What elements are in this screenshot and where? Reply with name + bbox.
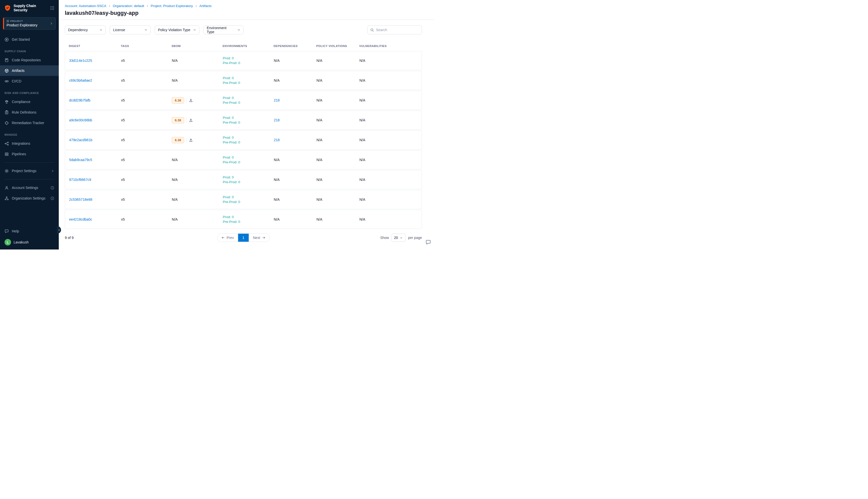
env-prod-link[interactable]: Prod: 0 bbox=[223, 175, 234, 179]
digest-link[interactable]: 33d114e1c225 bbox=[69, 59, 92, 63]
dependencies-link[interactable]: 218 bbox=[274, 118, 280, 122]
sbom-score-badge[interactable]: 6.38 bbox=[172, 97, 184, 104]
breadcrumb-organization-link[interactable]: Organization: default bbox=[113, 4, 144, 8]
sidebar-item-rule-definitions[interactable]: Rule Definitions bbox=[0, 107, 59, 118]
info-icon[interactable] bbox=[50, 186, 54, 190]
supply-chain-security-logo-icon bbox=[4, 4, 11, 12]
license-filter-dropdown[interactable]: License bbox=[110, 25, 151, 34]
info-icon[interactable] bbox=[50, 196, 54, 200]
env-preprod-link[interactable]: Pre-Prod: 0 bbox=[223, 200, 240, 204]
dropdown-label: Environment Type bbox=[207, 26, 235, 34]
env-prod-link[interactable]: Prod: 0 bbox=[223, 155, 234, 160]
dependency-filter-dropdown[interactable]: Dependency bbox=[65, 25, 106, 34]
env-preprod-link[interactable]: Pre-Prod: 0 bbox=[223, 160, 240, 164]
dependencies-link[interactable]: 218 bbox=[274, 138, 280, 142]
divider bbox=[186, 118, 187, 123]
digest-link[interactable]: ee4218cdba0c bbox=[69, 217, 92, 221]
environment-type-filter-dropdown[interactable]: Environment Type bbox=[203, 25, 244, 34]
search-input[interactable] bbox=[376, 28, 421, 32]
breadcrumb-account-link[interactable]: Account: Automation-SSCA bbox=[65, 4, 106, 8]
env-prod-link[interactable]: Prod: 0 bbox=[223, 215, 234, 219]
user-menu[interactable]: L Lavakush bbox=[0, 236, 59, 246]
apps-grid-icon[interactable] bbox=[50, 5, 55, 11]
download-sbom-icon[interactable] bbox=[189, 98, 193, 102]
sidebar-item-get-started[interactable]: Get Started bbox=[0, 34, 59, 45]
env-preprod-link[interactable]: Pre-Prod: 0 bbox=[223, 100, 240, 105]
sidebar-item-remediation-tracker[interactable]: Remediation Tracker bbox=[0, 118, 59, 128]
sidebar-item-compliance[interactable]: Compliance bbox=[0, 97, 59, 107]
arrow-right-icon bbox=[262, 236, 265, 240]
page-number-1[interactable]: 1 bbox=[238, 234, 249, 242]
env-preprod-link[interactable]: Pre-Prod: 0 bbox=[223, 140, 240, 145]
chevron-down-icon bbox=[145, 28, 147, 32]
sidebar-item-label: Account Settings bbox=[12, 186, 38, 190]
sidebar-item-cicd[interactable]: CI/CD bbox=[0, 76, 59, 86]
sidebar-bottom: Help L Lavakush bbox=[0, 226, 59, 250]
vulnerabilities-value: N/A bbox=[359, 197, 365, 202]
env-prod-link[interactable]: Prod: 0 bbox=[223, 135, 234, 140]
next-page-button[interactable]: Next bbox=[249, 234, 270, 242]
policy-violations-value: N/A bbox=[317, 158, 322, 162]
digest-link[interactable]: 9710cf6667c9 bbox=[69, 178, 91, 182]
account-settings-icon bbox=[4, 186, 9, 190]
page-size-value: 20 bbox=[394, 236, 398, 240]
env-prod-link[interactable]: Prod: 0 bbox=[223, 56, 234, 60]
policy-violations-value: N/A bbox=[317, 98, 322, 102]
sidebar-item-organization-settings[interactable]: Organization Settings bbox=[0, 193, 59, 204]
table-row: ee4218cdba0c v5 N/A Prod: 0 Pre-Prod: 0 … bbox=[65, 210, 422, 229]
prev-page-button[interactable]: Prev bbox=[217, 234, 238, 242]
table-footer: 9 of 9 Prev 1 Next Show 20 per page bbox=[65, 234, 422, 244]
per-page-label: per page bbox=[408, 236, 422, 240]
tag-value: v5 bbox=[121, 98, 125, 102]
breadcrumb-artifacts-link[interactable]: Artifacts bbox=[199, 4, 212, 8]
digest-link[interactable]: 479e2acd981b bbox=[69, 138, 92, 142]
column-header-vulnerabilities: VULNERABILITIES bbox=[355, 45, 422, 48]
breadcrumb-project-link[interactable]: Project: Product Exploratory bbox=[151, 4, 193, 8]
env-preprod-link[interactable]: Pre-Prod: 0 bbox=[223, 81, 240, 85]
sidebar-item-project-settings[interactable]: Project Settings bbox=[0, 166, 59, 176]
sidebar-item-code-repositories[interactable]: Code Repositories bbox=[0, 55, 59, 65]
search-box bbox=[368, 25, 422, 34]
tag-value: v5 bbox=[121, 118, 125, 122]
env-preprod-link[interactable]: Pre-Prod: 0 bbox=[223, 120, 240, 125]
table-row: 2c5365718e88 v5 N/A Prod: 0 Pre-Prod: 0 … bbox=[65, 190, 422, 209]
column-header-dependencies: DEPENDENCIES bbox=[270, 45, 312, 48]
table-header: DIGEST TAGS SBOM ENVIRONMENTS DEPENDENCI… bbox=[65, 45, 422, 48]
env-preprod-link[interactable]: Pre-Prod: 0 bbox=[223, 61, 240, 65]
env-preprod-link[interactable]: Pre-Prod: 0 bbox=[223, 220, 240, 224]
dependencies-link[interactable]: 218 bbox=[274, 98, 280, 102]
chat-widget-icon[interactable] bbox=[425, 240, 431, 245]
policy-violation-type-filter-dropdown[interactable]: Policy Violation Type bbox=[155, 25, 199, 34]
table-row: 9710cf6667c9 v5 N/A Prod: 0 Pre-Prod: 0 … bbox=[65, 170, 422, 189]
digest-link[interactable]: a9c6e00c66bb bbox=[69, 118, 92, 122]
digest-link[interactable]: c69c5b6a8ae2 bbox=[69, 78, 92, 82]
sbom-score-badge[interactable]: 6.38 bbox=[172, 137, 184, 143]
compliance-icon bbox=[4, 100, 9, 104]
project-selector[interactable]: PROJECT Product Exploratory bbox=[3, 17, 56, 30]
divider bbox=[186, 137, 187, 143]
sbom-value: N/A bbox=[172, 59, 177, 63]
digest-link[interactable]: dcdd29b7fafb bbox=[69, 98, 90, 102]
env-prod-link[interactable]: Prod: 0 bbox=[223, 115, 234, 120]
digest-link[interactable]: 2c5365718e88 bbox=[69, 197, 92, 202]
download-sbom-icon[interactable] bbox=[189, 138, 193, 142]
nav-section-supply-chain: SUPPLY CHAIN bbox=[0, 45, 59, 55]
page-size-dropdown[interactable]: 20 bbox=[392, 234, 406, 242]
env-prod-link[interactable]: Prod: 0 bbox=[223, 76, 234, 80]
sidebar-item-artifacts[interactable]: Artifacts bbox=[0, 65, 59, 76]
sidebar-item-pipelines[interactable]: Pipelines bbox=[0, 149, 59, 159]
sbom-score-badge[interactable]: 6.38 bbox=[172, 117, 184, 123]
sidebar-item-integrations[interactable]: Integrations bbox=[0, 138, 59, 149]
sidebar-item-label: Remediation Tracker bbox=[12, 121, 44, 125]
env-preprod-link[interactable]: Pre-Prod: 0 bbox=[223, 180, 240, 184]
env-prod-link[interactable]: Prod: 0 bbox=[223, 195, 234, 199]
app-title: Supply Chain Security bbox=[14, 4, 36, 12]
download-sbom-icon[interactable] bbox=[189, 118, 193, 122]
env-prod-link[interactable]: Prod: 0 bbox=[223, 96, 234, 100]
sidebar-item-account-settings[interactable]: Account Settings bbox=[0, 182, 59, 193]
chevron-down-icon bbox=[193, 28, 196, 32]
sidebar-item-help[interactable]: Help bbox=[0, 226, 59, 236]
page-title: lavakush07/easy-buggy-app bbox=[65, 10, 428, 16]
digest-link[interactable]: 5dab9caa79c5 bbox=[69, 158, 92, 162]
result-count: 9 of 9 bbox=[65, 236, 74, 240]
